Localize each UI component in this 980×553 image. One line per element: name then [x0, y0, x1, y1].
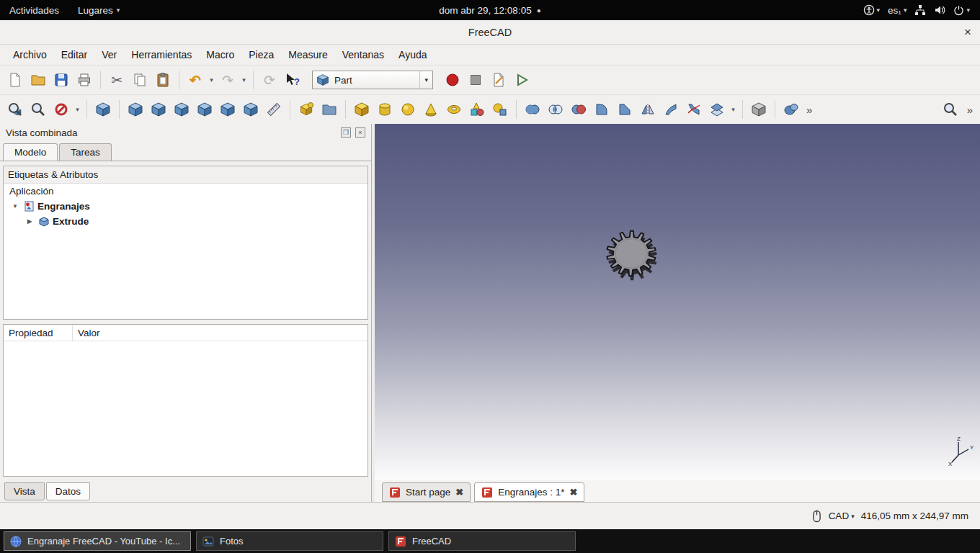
boolean-union-button[interactable] — [522, 99, 543, 120]
macro-play-button[interactable] — [511, 69, 533, 91]
doc-tab-engranajes[interactable]: Engranajes : 1* ✖ — [474, 482, 584, 502]
tab-datos[interactable]: Datos — [46, 482, 90, 500]
create-group-icon — [321, 102, 337, 117]
menu-macro[interactable]: Macro — [199, 47, 241, 63]
undo-button[interactable]: ↶ — [184, 69, 206, 91]
copy-button[interactable] — [129, 69, 151, 91]
shape-builder-button[interactable] — [489, 99, 511, 120]
loft-button[interactable] — [660, 99, 682, 120]
panel-float-button[interactable]: ❐ — [341, 127, 351, 138]
taskbar-item-fotos[interactable]: Fotos — [196, 531, 383, 551]
menu-ventanas[interactable]: Ventanas — [335, 47, 391, 63]
selection-view-button[interactable] — [940, 99, 961, 120]
taskbar-item-browser[interactable]: Engranaje FreeCAD - YouTube - Ic... — [4, 531, 191, 551]
tab-modelo[interactable]: Modelo — [3, 143, 58, 161]
open-button[interactable] — [27, 69, 49, 91]
tab-close-icon[interactable]: ✖ — [570, 487, 578, 498]
menu-archivo[interactable]: Archivo — [6, 47, 54, 63]
part-box-button[interactable] — [351, 99, 373, 120]
tree-item-extrude[interactable]: ▶ Extrude — [4, 214, 368, 229]
cut-button[interactable]: ✂ — [106, 69, 128, 91]
draw-style-button[interactable] — [50, 99, 72, 120]
menu-herramientas[interactable]: Herramientas — [124, 47, 199, 63]
part-sphere-button[interactable] — [397, 99, 419, 120]
macro-record-button[interactable] — [442, 69, 463, 91]
3d-viewport[interactable]: Z Y X — [375, 124, 980, 480]
fit-all-button[interactable] — [4, 99, 26, 120]
keyboard-layout-menu[interactable]: es₁ ▾ — [888, 5, 906, 16]
part-cylinder-button[interactable] — [374, 99, 396, 120]
compound-button[interactable] — [748, 99, 770, 120]
view-top-button[interactable] — [148, 99, 169, 120]
tree-collapsed-icon[interactable]: ▶ — [24, 218, 35, 225]
menu-pieza[interactable]: Pieza — [241, 47, 281, 63]
part-primitives-button[interactable] — [466, 99, 488, 120]
redo-dropdown[interactable]: ▾ — [240, 76, 248, 84]
workbench-selector-arrow[interactable]: ▾ — [419, 71, 432, 89]
clock-menu[interactable]: dom abr 29, 12:08:05 ● — [439, 5, 540, 16]
view-left-button[interactable] — [240, 99, 262, 120]
view-rear-button[interactable] — [194, 99, 215, 120]
measure-button[interactable] — [263, 99, 285, 120]
offset-dropdown[interactable]: ▾ — [729, 106, 737, 113]
menu-ver[interactable]: Ver — [94, 47, 124, 63]
offset-button[interactable] — [706, 99, 728, 120]
mirror-button[interactable] — [637, 99, 659, 120]
places-menu[interactable]: Lugares ▾ — [68, 0, 129, 20]
boolean-intersection-button[interactable] — [545, 99, 566, 120]
menu-editar[interactable]: Editar — [54, 47, 95, 63]
fillet-button[interactable] — [591, 99, 612, 120]
paste-button[interactable] — [152, 69, 174, 91]
menu-measure[interactable]: Measure — [281, 47, 334, 63]
check-geometry-button[interactable] — [780, 99, 802, 120]
draw-style-dropdown[interactable]: ▾ — [74, 106, 81, 113]
menu-ayuda[interactable]: Ayuda — [391, 47, 434, 63]
fit-all-icon — [7, 102, 23, 117]
save-button[interactable] — [50, 69, 72, 91]
navigation-style-selector[interactable]: CAD ▾ — [829, 511, 855, 521]
workbench-selector[interactable]: Part ▾ — [312, 71, 433, 89]
panel-close-button[interactable]: × — [355, 127, 365, 138]
new-document-button[interactable] — [4, 69, 26, 91]
redo-button[interactable]: ↷ — [217, 69, 239, 91]
view-right-button[interactable] — [171, 99, 192, 120]
tree-root-application[interactable]: Aplicación — [4, 184, 368, 199]
power-menu[interactable]: ▾ — [953, 5, 970, 16]
tab-vista[interactable]: Vista — [4, 482, 45, 500]
print-button[interactable] — [74, 69, 95, 91]
window-close-button[interactable]: × — [964, 25, 971, 40]
macro-stop-button[interactable] — [465, 69, 486, 91]
activities-button[interactable]: Actividades — [0, 0, 68, 20]
volume-icon[interactable] — [934, 4, 945, 16]
tree-expanded-icon[interactable]: ▼ — [9, 203, 21, 210]
whats-this-button[interactable]: ? — [282, 69, 303, 91]
view-axonometric-button[interactable] — [92, 99, 114, 120]
accessibility-menu[interactable]: ▾ — [863, 4, 881, 16]
view-bottom-button[interactable] — [217, 99, 239, 120]
doc-tab-start-page[interactable]: Start page ✖ — [382, 482, 471, 502]
part-torus-button[interactable] — [443, 99, 465, 120]
tab-close-icon[interactable]: ✖ — [455, 487, 463, 498]
part-cone-button[interactable] — [420, 99, 442, 120]
network-icon[interactable] — [914, 4, 926, 16]
tab-tareas[interactable]: Tareas — [59, 143, 112, 161]
toolbar-overflow[interactable]: » — [803, 104, 815, 116]
panel-header: Vista combinada ❐ × — [0, 124, 371, 141]
boolean-cut-button[interactable] — [568, 99, 589, 120]
toolbar-separator — [179, 71, 179, 89]
toolbar-separator — [742, 100, 743, 119]
taskbar-item-freecad[interactable]: FreeCAD — [388, 531, 576, 551]
sweep-button[interactable] — [683, 99, 705, 120]
toolbar-overflow[interactable]: » — [964, 104, 976, 116]
window-titlebar[interactable]: FreeCAD × — [0, 20, 980, 45]
gear-model[interactable] — [592, 214, 671, 293]
create-group-button[interactable] — [318, 99, 340, 120]
refresh-button[interactable]: ⟳ — [259, 69, 280, 91]
fit-selection-button[interactable] — [27, 99, 49, 120]
tree-item-document[interactable]: ▼ Engranajes — [4, 199, 368, 214]
create-part-button[interactable] — [295, 99, 317, 120]
chamfer-button[interactable] — [614, 99, 636, 120]
undo-dropdown[interactable]: ▾ — [208, 76, 215, 84]
view-front-button[interactable] — [125, 99, 146, 120]
macro-edit-button[interactable] — [488, 69, 509, 91]
